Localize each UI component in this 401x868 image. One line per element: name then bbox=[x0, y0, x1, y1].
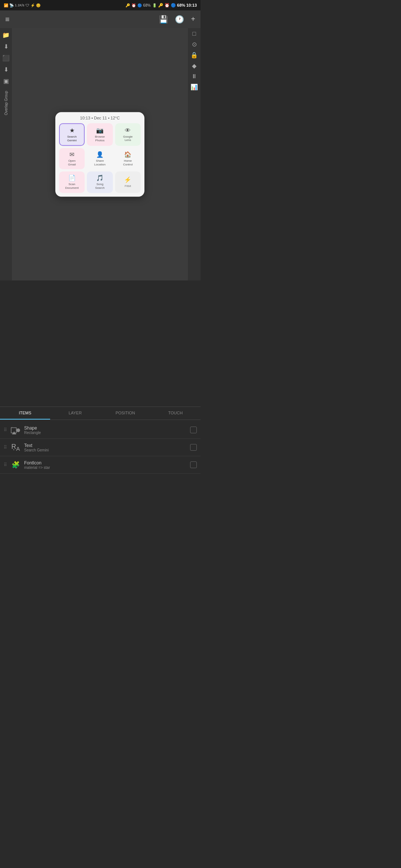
shield-icon: 🛡 bbox=[26, 3, 29, 7]
scan-document-button[interactable]: 📄 ScanDocument bbox=[59, 172, 85, 193]
drag-handle[interactable]: ⠿ bbox=[4, 462, 7, 467]
svg-point-1 bbox=[16, 428, 20, 432]
expand-icon[interactable]: ⬇ bbox=[3, 42, 10, 51]
top-toolbar: ≡ 💾 🕐 + bbox=[0, 10, 200, 28]
share-location-button[interactable]: 👤 ShareLocation bbox=[87, 148, 113, 169]
tab-touch[interactable]: TOUCH bbox=[150, 407, 200, 420]
drag-handle[interactable]: ⠿ bbox=[4, 445, 7, 450]
shape-info: Shape Rectangle bbox=[24, 425, 187, 435]
location-icon: 👤 bbox=[96, 151, 104, 158]
emoji-icon: 😊 bbox=[36, 3, 40, 7]
expand2-icon[interactable]: ⬇ bbox=[3, 65, 10, 74]
signal-icon: 📶 bbox=[4, 3, 8, 7]
widget-grid: ★ SearchGemini 📷 BrowsePhotos 👁 GoogleLe… bbox=[59, 123, 141, 193]
folder-icon[interactable]: 📁 bbox=[1, 30, 11, 40]
time-text: 🔑 ⏰ 🔵 68% 10:13 bbox=[158, 3, 197, 8]
left-sidebar: 📁 ⬇ ⬛ ⬇ ▣ Overlap Group bbox=[0, 28, 12, 280]
text-info: Text Search Gemini bbox=[24, 443, 187, 452]
lower-area bbox=[0, 280, 200, 407]
text-thumbnail: ŖA bbox=[10, 442, 21, 453]
song-search-button[interactable]: 🎵 SongSearch bbox=[87, 172, 113, 193]
camera-icon: 📷 bbox=[96, 127, 104, 134]
menu-button[interactable]: ≡ bbox=[5, 15, 10, 24]
table-row: ⠿ ŖA Text Search Gemini bbox=[0, 439, 200, 456]
table-row: ⠿ + Shape Rectangle bbox=[0, 421, 200, 439]
tab-position[interactable]: POSITION bbox=[100, 407, 150, 420]
canvas-inner: 10:13 • Dec 11 • 12°C ★ SearchGemini 📷 B… bbox=[12, 28, 188, 280]
tabs-row: ITEMS LAYER POSITION TOUCH bbox=[0, 407, 200, 420]
bluetooth-icon: 🔵 bbox=[137, 3, 142, 7]
group-label: Overlap Group bbox=[4, 91, 8, 115]
mail-icon: ✉ bbox=[69, 151, 74, 158]
wifi-icon: 📡 bbox=[9, 3, 14, 7]
save-button[interactable]: 💾 bbox=[159, 15, 168, 24]
puzzle-icon: 🧩 bbox=[12, 461, 20, 469]
drag-handle[interactable]: ⠿ bbox=[4, 427, 7, 433]
layers-icon[interactable]: ⬛ bbox=[1, 53, 11, 63]
shape-checkbox[interactable] bbox=[190, 427, 197, 433]
text-icon: ŖA bbox=[11, 443, 20, 452]
fonticon-name: FontIcon bbox=[24, 460, 187, 466]
status-right: 🔑 ⏰ 🔵 68% 🔋 🔑 ⏰ 🔵 68% 10:13 bbox=[125, 3, 197, 8]
home-control-button[interactable]: 🏠 HomeControl bbox=[115, 148, 141, 169]
main-area: 📁 ⬇ ⬛ ⬇ ▣ Overlap Group 10:13 • Dec 11 •… bbox=[0, 28, 200, 280]
fonticon-sub: material => star bbox=[24, 466, 187, 470]
document-icon: 📄 bbox=[68, 175, 76, 182]
battery-text: 68% bbox=[143, 3, 151, 7]
lock-icon[interactable]: 🔒 bbox=[190, 52, 198, 59]
star-icon: ★ bbox=[69, 127, 75, 134]
bottom-panel: ITEMS LAYER POSITION TOUCH ⠿ + Shape Rec… bbox=[0, 407, 200, 475]
fonticon-thumbnail: 🧩 bbox=[10, 459, 21, 470]
tab-layer[interactable]: LAYER bbox=[50, 407, 100, 420]
fitbit-button[interactable]: ⚡ Fitbit bbox=[115, 172, 141, 193]
fitbit-icon: ⚡ bbox=[124, 176, 131, 183]
shape-name: Shape bbox=[24, 425, 187, 431]
fonticon-info: FontIcon material => star bbox=[24, 460, 187, 470]
battery-icon: 🔋 bbox=[152, 3, 157, 7]
right-sidebar: □ ⊙ 🔒 ◆ ⏸ 📊 bbox=[188, 28, 200, 280]
fonticon-checkbox[interactable] bbox=[190, 461, 197, 468]
add-button[interactable]: + bbox=[191, 15, 195, 24]
text-sub: Search Gemini bbox=[24, 448, 187, 452]
pause-icon[interactable]: ⏸ bbox=[191, 73, 197, 80]
tab-items[interactable]: ITEMS bbox=[0, 407, 50, 420]
shape-thumbnail: + bbox=[10, 424, 21, 435]
history-button[interactable]: 🕐 bbox=[175, 15, 184, 24]
frame-icon[interactable]: ▣ bbox=[2, 76, 10, 86]
rectangle-icon[interactable]: □ bbox=[192, 30, 196, 37]
key-icon: 🔑 bbox=[125, 3, 130, 7]
browse-photos-button[interactable]: 📷 BrowsePhotos bbox=[87, 123, 113, 146]
status-left: 📶 📡 1.1K/s 🛡 ⚡ 😊 bbox=[4, 3, 40, 7]
music-icon: 🎵 bbox=[96, 175, 104, 182]
speed-text: 1.1K/s bbox=[15, 3, 25, 7]
layers-right-icon[interactable]: ◆ bbox=[192, 62, 196, 69]
search-gemini-button[interactable]: ★ SearchGemini bbox=[59, 123, 85, 146]
layer-list: ⠿ + Shape Rectangle ⠿ ŖA Text bbox=[0, 420, 200, 475]
status-bar: 📶 📡 1.1K/s 🛡 ⚡ 😊 🔑 ⏰ 🔵 68% 🔋 🔑 ⏰ 🔵 68% 1… bbox=[0, 0, 200, 10]
eye-icon: 👁 bbox=[125, 127, 131, 134]
widget-card: 10:13 • Dec 11 • 12°C ★ SearchGemini 📷 B… bbox=[55, 112, 144, 197]
bolt-icon: ⚡ bbox=[30, 3, 35, 7]
table-row: ⠿ 🧩 FontIcon material => star bbox=[0, 456, 200, 474]
home-icon: 🏠 bbox=[124, 151, 131, 158]
open-gmail-button[interactable]: ✉ OpenGmail bbox=[59, 148, 85, 169]
widget-header: 10:13 • Dec 11 • 12°C bbox=[59, 116, 141, 120]
text-checkbox[interactable] bbox=[190, 444, 197, 451]
canvas-area: 10:13 • Dec 11 • 12°C ★ SearchGemini 📷 B… bbox=[12, 28, 188, 280]
google-lens-button[interactable]: 👁 GoogleLens bbox=[115, 123, 141, 146]
shape-sub: Rectangle bbox=[24, 431, 187, 435]
alarm-icon: ⏰ bbox=[131, 3, 136, 7]
chart-icon[interactable]: 📊 bbox=[190, 83, 198, 91]
target-icon[interactable]: ⊙ bbox=[192, 41, 197, 48]
svg-text:+: + bbox=[11, 426, 13, 429]
text-name: Text bbox=[24, 443, 187, 448]
